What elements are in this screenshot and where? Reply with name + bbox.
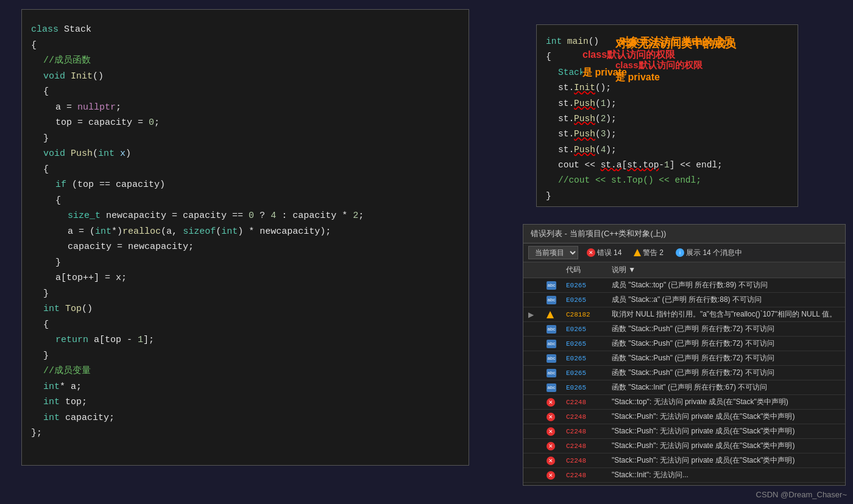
error-desc: 函数 "Stack::Push" (已声明 所在行数:72) 不可访问	[607, 322, 845, 337]
code-line: void Init()	[31, 69, 459, 85]
abc-icon: abc	[547, 369, 556, 377]
error-desc: "Stack::Push": 无法访问 private 成员(在"Stack"类…	[607, 453, 845, 468]
error-toolbar: 当前项目 ✕ 错误 14 警告 2 i 展示 14 个消息中	[523, 243, 845, 262]
error-desc: 函数 "Stack::Init" (已声明 所在行数:67) 不可访问	[607, 380, 845, 395]
warning-badge: 警告 2	[630, 247, 667, 259]
code-line: return a[top - 1];	[31, 332, 459, 348]
annotation-private: 是 private	[582, 67, 627, 77]
code-line: {	[31, 84, 459, 100]
code-line: }	[31, 348, 459, 364]
code-line: st.Push(4);	[546, 142, 788, 158]
abc-icon: abc	[547, 354, 556, 363]
code-line: class Stack	[31, 22, 459, 38]
warning-icon	[634, 249, 641, 256]
error-code: C2248	[561, 468, 607, 483]
error-code: E0265	[561, 293, 607, 307]
error-badge: ✕ 错误 14	[583, 247, 625, 259]
table-row: abcE0265函数 "Stack::Push" (已声明 所在行数:72) 不…	[523, 322, 845, 337]
error-code: E0265	[561, 380, 607, 395]
error-code: C2248	[561, 410, 607, 424]
code-line: }	[31, 131, 459, 147]
error-desc: 取消对 NULL 指针的引用。"a"包含与"realloc()`107"相同的 …	[607, 307, 845, 322]
error-code: C2248	[561, 395, 607, 410]
code-line: //成员函数	[31, 53, 459, 69]
code-line: int Top()	[31, 301, 459, 317]
warning-icon	[547, 311, 554, 318]
error-code: E0265	[561, 351, 607, 366]
table-row: ✕C2248"Stack::top": 无法访问 private 成员(在"St…	[523, 395, 845, 410]
error-list-panel: 错误列表 - 当前项目(C++类和对象(上)) 当前项目 ✕ 错误 14 警告 …	[523, 224, 846, 486]
table-row: ▶C28182取消对 NULL 指针的引用。"a"包含与"realloc()`1…	[523, 307, 845, 322]
table-row: abcE0265函数 "Stack::Push" (已声明 所在行数:72) 不…	[523, 366, 845, 380]
error-desc: "Stack::top": 无法访问 private 成员(在"Stack"类中…	[607, 395, 845, 410]
error-icon: ✕	[547, 398, 555, 407]
code-line: if (top == capacity)	[31, 177, 459, 193]
table-row: ✕C2248"Stack::Push": 无法访问 private 成员(在"S…	[523, 410, 845, 424]
warning-count-label: 警告	[643, 248, 657, 258]
info-icon: i	[676, 248, 684, 257]
error-code: C2248	[561, 439, 607, 453]
error-desc: "Stack::Push": 无法访问 private 成员(在"Stack"类…	[607, 410, 845, 424]
error-icon: ✕	[547, 442, 555, 450]
watermark: CSDN @Dream_Chaser~	[756, 490, 847, 499]
code-line: {	[31, 317, 459, 333]
col-desc: 说明 ▼	[607, 262, 845, 278]
annotation-default-access: class默认访问的权限	[582, 49, 675, 60]
code-line: }	[546, 189, 788, 204]
code-line: int top;	[31, 394, 459, 410]
error-icon: ✕	[547, 457, 555, 465]
code-line: st.Init();	[546, 80, 788, 96]
expand-arrow[interactable]: ▶	[528, 310, 534, 319]
code-line: //成员变量	[31, 363, 459, 379]
abc-icon: abc	[547, 340, 556, 348]
right-code-panel: int main() 对象无法访问类中的成员 { class默认访问的权限 是 …	[536, 24, 798, 207]
error-desc: 成员 "Stack::a" (已声明 所在行数:88) 不可访问	[607, 293, 845, 307]
table-row: abcE0265成员 "Stack::top" (已声明 所在行数:89) 不可…	[523, 278, 845, 293]
abc-icon: abc	[547, 281, 556, 290]
error-icon: ✕	[547, 471, 555, 480]
code-line: size_t newcapacity = capacity == 0 ? 4 :…	[31, 208, 459, 224]
error-desc: "Stack::Push": 无法访问 private 成员(在"Stack"类…	[607, 424, 845, 439]
code-line: a = (int*)realloc(a, sizeof(int) * newca…	[31, 224, 459, 240]
abc-icon: abc	[547, 325, 556, 334]
code-line: //cout << st.Top() << endl;	[546, 173, 788, 188]
error-count-label: 错误	[597, 248, 612, 258]
table-row: ✕C2248"Stack::Push": 无法访问 private 成员(在"S…	[523, 439, 845, 453]
error-icon: ✕	[547, 427, 555, 436]
keyword: class	[31, 22, 64, 38]
table-row: abcE0265函数 "Stack::Push" (已声明 所在行数:72) 不…	[523, 337, 845, 351]
error-icon: ✕	[587, 248, 595, 257]
abc-icon: abc	[547, 383, 556, 392]
info-label: 展示 14 个消息中	[686, 248, 742, 258]
code-line: }	[31, 286, 459, 302]
error-table: 代码 说明 ▼ abcE0265成员 "Stack::top" (已声明 所在行…	[523, 262, 845, 483]
table-row: abcE0265成员 "Stack::a" (已声明 所在行数:88) 不可访问	[523, 293, 845, 307]
code-line: top = capacity = 0;	[31, 115, 459, 131]
error-code: E0265	[561, 278, 607, 293]
error-code: C2248	[561, 453, 607, 468]
code-line: int capacity;	[31, 410, 459, 426]
code-line: st.Push(3);	[546, 127, 788, 142]
error-desc: 成员 "Stack::top" (已声明 所在行数:89) 不可访问	[607, 278, 845, 293]
info-badge: i 展示 14 个消息中	[672, 247, 746, 259]
error-count: 14	[614, 248, 621, 257]
abc-icon: abc	[547, 296, 556, 304]
table-row: abcE0265函数 "Stack::Push" (已声明 所在行数:72) 不…	[523, 351, 845, 366]
col-code: 代码	[561, 262, 607, 278]
error-code: E0265	[561, 337, 607, 351]
code-line: cout << st.a[st.top-1] << endl;	[546, 158, 788, 173]
code-line: capacity = newcapacity;	[31, 239, 459, 255]
code-line: st.Push(2);	[546, 111, 788, 127]
error-desc: "Stack::Push": 无法访问 private 成员(在"Stack"类…	[607, 439, 845, 453]
col-expand	[523, 262, 542, 278]
error-code: C2248	[561, 424, 607, 439]
code-line: st.Push(1);	[546, 96, 788, 111]
code-line: {	[31, 193, 459, 209]
class-name: Stack	[64, 22, 91, 38]
code-line: a = nullptr;	[31, 100, 459, 116]
error-panel-title: 错误列表 - 当前项目(C++类和对象(上))	[523, 225, 845, 243]
error-icon: ✕	[547, 413, 555, 421]
code-line: a[top++] = x;	[31, 270, 459, 286]
project-dropdown[interactable]: 当前项目	[528, 246, 578, 259]
table-row: ✕C2248"Stack::Init": 无法访问...	[523, 468, 845, 483]
